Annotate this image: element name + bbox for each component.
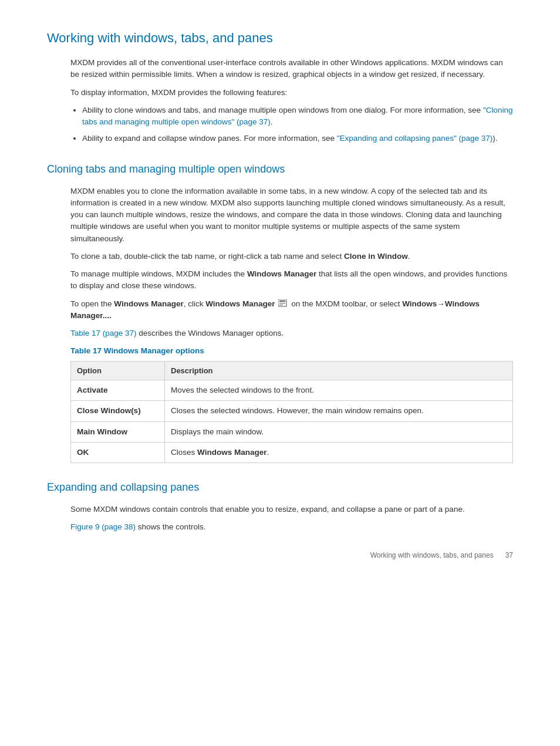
page-container: Working with windows, tabs, and panes MX…	[0, 0, 560, 575]
section2-para2-prefix: To clone a tab, double-click the tab nam…	[70, 252, 344, 261]
row4-description: Closes Windows Manager.	[165, 442, 513, 463]
table-ref-end: describes the Windows Manager options.	[137, 329, 284, 337]
bullet2-text: Ability to expand and collapse window pa…	[82, 134, 337, 143]
bullet1-text: Ability to clone windows and tabs, and m…	[82, 106, 483, 114]
figure-ref-end: shows the controls.	[136, 522, 205, 531]
col-header-description: Description	[165, 361, 513, 380]
section1-content: MXDM provides all of the conventional us…	[70, 57, 513, 145]
row1-description: Moves the selected windows to the front.	[165, 380, 513, 401]
section3-content: Some MXDM windows contain controls that …	[70, 504, 513, 534]
section3-title: Expanding and collapsing panes	[47, 480, 513, 495]
row3-option: Main Window	[71, 421, 165, 442]
table-row: Activate Moves the selected windows to t…	[71, 380, 513, 401]
table-ref-link[interactable]: Table 17 (page 37)	[70, 329, 137, 337]
bullet2-end: ).	[492, 134, 497, 143]
footer: Working with windows, tabs, and panes 37	[0, 550, 560, 561]
row2-option: Close Window(s)	[71, 401, 165, 421]
row2-description: Closes the selected windows. However, th…	[165, 401, 513, 421]
svg-rect-3	[279, 305, 283, 305]
section2-para4-arrow: →	[437, 299, 445, 308]
col-header-option: Option	[71, 361, 165, 380]
row4-desc-prefix: Closes	[171, 448, 197, 457]
section2-para2-bold: Clone in Window	[344, 252, 408, 261]
bullet1: Ability to clone windows and tabs, and m…	[82, 104, 513, 129]
table-title: Table 17 Windows Manager options	[70, 345, 513, 357]
row4-desc-end: .	[266, 448, 269, 457]
section1-para2: To display information, MXDM provides th…	[70, 87, 513, 99]
table-row: OK Closes Windows Manager.	[71, 442, 513, 463]
section2-para4-prefix: To open the	[70, 299, 114, 308]
footer-page-number: 37	[505, 550, 513, 561]
table-ref-paragraph: Table 17 (page 37) describes the Windows…	[70, 328, 513, 339]
table-header-row: Option Description	[71, 361, 513, 380]
section2-para4: To open the Windows Manager, click Windo…	[70, 298, 513, 322]
section2-para3-bold1: Windows Manager	[247, 269, 316, 278]
bullet1-end: .	[271, 117, 273, 126]
row3-description: Displays the main window.	[165, 421, 513, 442]
section1-bullets: Ability to clone windows and tabs, and m…	[82, 104, 513, 145]
section2-para3: To manage multiple windows, MXDM include…	[70, 268, 513, 292]
section1-para1: MXDM provides all of the conventional us…	[70, 57, 513, 81]
row4-desc-bold: Windows Manager	[197, 448, 266, 457]
section2-para4-mid: , click	[184, 299, 206, 308]
section2-title: Cloning tabs and managing multiple open …	[47, 161, 513, 177]
table-row: Close Window(s) Closes the selected wind…	[71, 401, 513, 421]
footer-section-label: Working with windows, tabs, and panes	[370, 550, 494, 561]
bullet2-link[interactable]: "Expanding and collapsing panes" (page 3…	[337, 134, 493, 143]
section2-para4-bold1: Windows Manager	[114, 299, 183, 308]
section2-content: MXDM enables you to clone the informatio…	[70, 185, 513, 464]
row1-option: Activate	[71, 380, 165, 401]
section2-para4-end: on the MXDM toolbar, or select	[291, 299, 402, 308]
section2-para2-end: .	[408, 252, 410, 261]
section2-para3-prefix: To manage multiple windows, MXDM include…	[70, 269, 247, 278]
section2-para4-bold3: Windows	[402, 299, 437, 308]
main-section-title: Working with windows, tabs, and panes	[47, 28, 513, 48]
section2-para4-bold2: Windows Manager	[205, 299, 275, 308]
section3-para1: Some MXDM windows contain controls that …	[70, 504, 513, 515]
svg-rect-2	[279, 303, 285, 303]
section2-para1: MXDM enables you to clone the informatio…	[70, 185, 513, 245]
row4-option: OK	[71, 442, 165, 463]
bullet2: Ability to expand and collapse window pa…	[82, 133, 513, 144]
windows-manager-table: Option Description Activate Moves the se…	[70, 361, 513, 464]
section3-figure-ref: Figure 9 (page 38) shows the controls.	[70, 521, 513, 533]
figure-ref-link[interactable]: Figure 9 (page 38)	[70, 522, 136, 531]
windows-manager-icon	[278, 299, 288, 308]
svg-rect-1	[279, 301, 285, 302]
table-row: Main Window Displays the main window.	[71, 421, 513, 442]
footer-text: Working with windows, tabs, and panes 37	[370, 550, 513, 561]
section2-para2: To clone a tab, double-click the tab nam…	[70, 251, 513, 262]
